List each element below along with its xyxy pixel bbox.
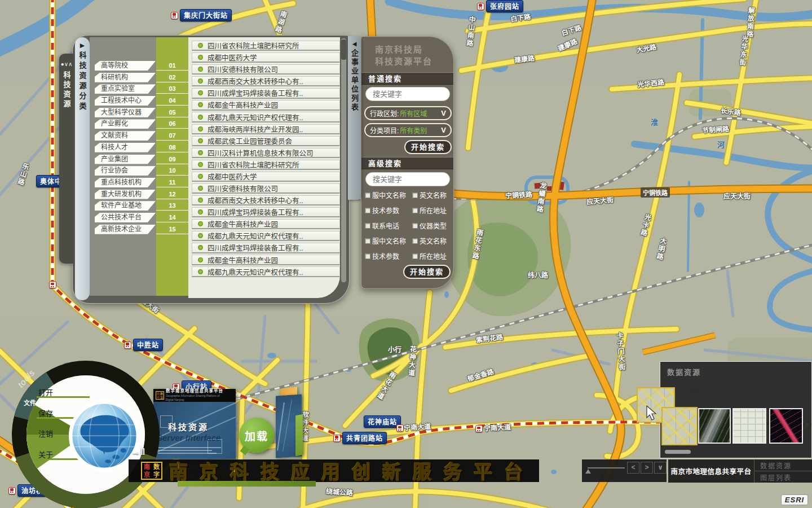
search-field-checkbox[interactable]: 服中文名称 — [365, 190, 412, 200]
search-field-checkbox[interactable]: 所在地址 — [412, 251, 453, 261]
enterprise-name: 成都九鼎天元知识产权代理有.. — [208, 230, 303, 241]
enterprise-list-item[interactable]: 四川安德科技有限公司 — [192, 183, 340, 194]
keyword-input[interactable] — [365, 87, 450, 101]
category-label: 分类项目: — [370, 125, 399, 135]
thumbnail-sketch-map[interactable] — [732, 408, 766, 444]
category-dropdown[interactable]: 分类项目: 所有类别 V — [364, 123, 452, 137]
search-field-checkbox[interactable]: 仪器类型 — [412, 221, 453, 230]
enterprise-list-item[interactable]: 成都九鼎天元知识产权代理有.. — [192, 112, 340, 122]
enterprise-list-item[interactable]: 四川成焊宝玛焊接装备工程有.. — [192, 207, 340, 217]
category-label: 科研机构 — [95, 73, 156, 82]
file-wedge-label: 文件 — [24, 398, 36, 407]
enterprise-list-item[interactable]: 四川省农科院土壤肥料研究所 — [192, 41, 340, 51]
enterprise-list-item[interactable]: 成都中医药大学 — [192, 52, 340, 63]
enterprise-list-item[interactable]: 四川省农科院土壤肥料研究所 — [192, 160, 340, 170]
checkbox-label: 所在地址 — [420, 205, 447, 215]
platform-menu-link[interactable]: 数据资源 — [754, 459, 812, 471]
enterprise-list-item[interactable]: 成都金牛高科技产业园 — [192, 219, 340, 229]
category-item[interactable]: 科研机构 02 — [93, 73, 190, 85]
checkbox-icon — [412, 238, 418, 244]
category-item[interactable]: 产业集团 09 — [93, 155, 190, 167]
green-dot-icon — [198, 139, 202, 143]
classification-strip[interactable]: ▶ 科技资源分类 — [75, 37, 90, 300]
load-button[interactable]: 加载 — [239, 418, 274, 453]
thumbnail-scrollbar[interactable] — [665, 450, 691, 454]
expand-arrow-icon[interactable]: →‖ — [131, 446, 145, 458]
category-item[interactable]: 重大研发机构 12 — [93, 190, 190, 202]
enterprise-list-item[interactable]: 成都中医药大学 — [192, 172, 340, 182]
title-line-2: 科技资源平台 — [375, 55, 433, 67]
banner-accent-bar — [178, 481, 316, 487]
tools-menu-item[interactable]: 打开 — [38, 387, 92, 398]
category-item[interactable]: 高等院校 01 — [93, 61, 190, 73]
enterprise-list-item[interactable]: 四川安德科技有限公司 — [192, 64, 340, 75]
category-item[interactable]: 大型科学仪器 05 — [93, 108, 190, 120]
search-field-checkbox[interactable]: 服中文名称 — [365, 236, 412, 246]
enterprise-list-item[interactable]: 成都西南交大技术转移中心有.. — [192, 76, 340, 86]
carousel-nav-button[interactable]: < — [627, 462, 639, 474]
search-field-checkbox[interactable]: 英文名称 — [412, 190, 453, 200]
advanced-keyword-input[interactable] — [365, 172, 450, 186]
category-number: 13 — [156, 201, 188, 211]
thumbnail-night-map[interactable] — [769, 408, 803, 444]
esri-logo: ESRI — [781, 494, 808, 505]
category-item[interactable]: 重点科技机构 11 — [93, 178, 190, 190]
enterprise-name: 成都金牛高科技产业园 — [208, 218, 278, 229]
region-value: 所有区域 — [400, 108, 427, 118]
category-item[interactable]: 软件产业基地 13 — [93, 201, 190, 213]
carousel-slider[interactable] — [588, 467, 625, 468]
search-field-checkbox[interactable]: 所在地址 — [412, 205, 453, 215]
slider-handle-icon[interactable] — [585, 469, 591, 474]
enterprise-list-item[interactable]: 四川成焊宝玛焊接装备工程有.. — [192, 243, 340, 253]
search-field-checkbox[interactable]: 技术参数 — [365, 205, 412, 215]
advanced-search-button[interactable]: 开始搜索 — [403, 265, 451, 279]
category-item[interactable]: 公共技术平台 14 — [93, 213, 190, 225]
green-dot-icon — [198, 222, 202, 226]
category-item[interactable]: 工程技术中心 04 — [93, 96, 190, 108]
enterprise-list-item[interactable]: 成都武侯工业园管理委员会 — [192, 136, 340, 146]
search-field-checkbox[interactable]: 技术参数 — [365, 251, 412, 261]
card-watermark: Server Interface — [157, 433, 220, 443]
carousel-nav-button[interactable]: > — [641, 462, 653, 474]
normal-search-button[interactable]: 开始搜索 — [404, 140, 452, 154]
checkbox-label: 所在地址 — [420, 251, 447, 261]
enterprise-list-item[interactable]: 成都金牛高科技产业园 — [192, 255, 340, 265]
enterprise-list-item[interactable]: 成都海峡两岸科技产业开发园.. — [192, 124, 340, 134]
thumbnail-vector-map[interactable] — [661, 407, 698, 445]
search-field-checkbox[interactable]: 英文名称 — [412, 236, 453, 246]
region-dropdown[interactable]: 行政区划: 所有区域 V — [364, 106, 452, 120]
green-dot-icon — [198, 43, 202, 47]
green-dot-icon — [198, 270, 202, 274]
resource-panel-collapse-tab[interactable]: ●∨∧ 科技资源 — [59, 54, 74, 264]
checkbox-label: 仪器类型 — [420, 221, 447, 230]
thumbnail-satellite-map[interactable] — [698, 408, 731, 444]
category-item[interactable]: 产业孵化 06 — [93, 119, 190, 131]
green-dot-icon — [198, 91, 202, 95]
carousel-nav-button[interactable]: ∨ — [654, 462, 667, 474]
category-value: 所有类别 — [400, 125, 427, 135]
category-number: 02 — [156, 73, 188, 82]
enterprise-list-item[interactable]: 成都金牛高科技产业园 — [192, 100, 340, 110]
enterprise-list-item[interactable]: 成都九鼎天元知识产权代理有.. — [192, 231, 340, 241]
resource-loader-card[interactable]: 南数 京字 数字南京地理信息共享平台 Geographic Informatio… — [153, 389, 236, 459]
scrollbar-thumb[interactable] — [341, 40, 346, 60]
enterprise-name: 成都金牛高科技产业园 — [208, 99, 278, 110]
category-item[interactable]: 行业协会 10 — [93, 166, 190, 178]
list-scrollbar[interactable] — [341, 38, 346, 282]
platform-menu-link[interactable]: 图层列表 — [754, 471, 812, 483]
enterprise-name: 成都武侯工业园管理委员会 — [208, 135, 292, 146]
category-item[interactable]: 高新技术企业 15 — [93, 225, 190, 237]
search-field-checkbox[interactable]: 联系电话 — [365, 221, 412, 230]
enterprise-list-item[interactable]: 成都西南交大技术转移中心有.. — [192, 195, 340, 205]
enterprise-list-item[interactable]: 四川成焊宝玛焊接装备工程有.. — [192, 88, 340, 98]
checkbox-label: 技术参数 — [372, 251, 399, 261]
green-dot-icon — [198, 55, 202, 59]
data-resource-panel: 数据资源 — [660, 361, 812, 458]
enterprise-list-item[interactable]: 四川汉科计算机信息技术有限公司 — [192, 148, 340, 158]
enterprise-list-item[interactable]: 成都九鼎天元知识产权代理有.. — [192, 266, 340, 277]
category-item[interactable]: 文献资料 07 — [93, 131, 190, 143]
title-line-1: 南京科技局 — [375, 43, 433, 55]
enterprise-list-collapse-tab[interactable]: ◀ 企事业单位列表 — [348, 36, 361, 200]
category-item[interactable]: 科技人才 08 — [93, 143, 190, 155]
category-item[interactable]: 重点实验室 03 — [93, 84, 190, 96]
